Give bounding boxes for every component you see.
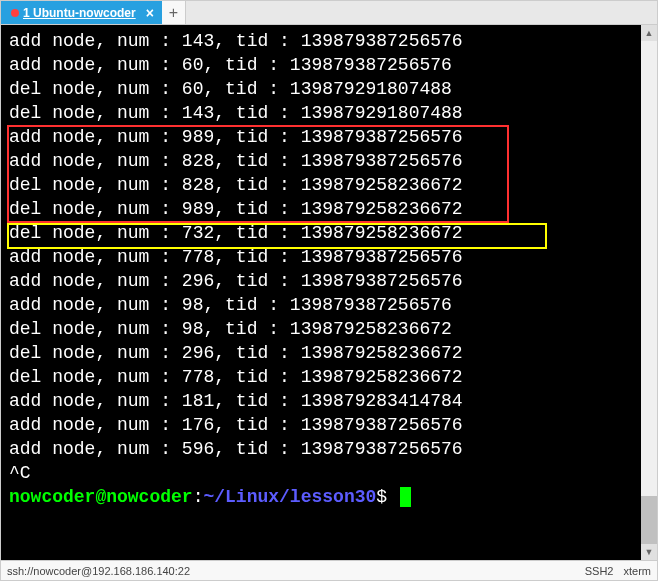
close-icon[interactable]: × xyxy=(146,6,154,20)
output-line: add node, num : 143, tid : 1398793872565… xyxy=(9,29,649,53)
app-window: 1 Ubuntu-nowcoder × + add node, num : 14… xyxy=(0,0,658,581)
terminal[interactable]: add node, num : 143, tid : 1398793872565… xyxy=(1,25,657,560)
output-line: del node, num : 828, tid : 1398792582366… xyxy=(9,173,649,197)
prompt-user: nowcoder@nowcoder xyxy=(9,487,193,507)
tab-label: 1 Ubuntu-nowcoder xyxy=(23,6,136,20)
output-line: add node, num : 98, tid : 13987938725657… xyxy=(9,293,649,317)
status-right: SSH2 xterm xyxy=(585,565,651,577)
tab-active[interactable]: 1 Ubuntu-nowcoder × xyxy=(1,1,162,24)
scroll-down-button[interactable]: ▼ xyxy=(641,544,657,560)
output-line: ^C xyxy=(9,461,649,485)
chevron-up-icon: ▲ xyxy=(645,28,654,38)
prompt-path: ~/Linux/lesson30 xyxy=(203,487,376,507)
tab-bar: 1 Ubuntu-nowcoder × + xyxy=(1,1,657,25)
status-term: xterm xyxy=(624,565,652,577)
cursor-icon xyxy=(400,487,411,507)
output-line: add node, num : 181, tid : 1398792834147… xyxy=(9,389,649,413)
scroll-thumb[interactable] xyxy=(641,496,657,544)
scrollbar[interactable]: ▲ ▼ xyxy=(641,25,657,560)
output-line: add node, num : 828, tid : 1398793872565… xyxy=(9,149,649,173)
status-indicator-icon xyxy=(11,9,19,17)
output-line: add node, num : 60, tid : 13987938725657… xyxy=(9,53,649,77)
output-line: add node, num : 176, tid : 1398793872565… xyxy=(9,413,649,437)
terminal-container: add node, num : 143, tid : 1398793872565… xyxy=(1,25,657,560)
scroll-up-button[interactable]: ▲ xyxy=(641,25,657,41)
output-line: add node, num : 296, tid : 1398793872565… xyxy=(9,269,649,293)
status-bar: ssh://nowcoder@192.168.186.140:22 SSH2 x… xyxy=(1,560,657,580)
output-line: add node, num : 989, tid : 1398793872565… xyxy=(9,125,649,149)
prompt-dollar: $ xyxy=(376,487,398,507)
output-line: add node, num : 596, tid : 1398793872565… xyxy=(9,437,649,461)
output-line: add node, num : 778, tid : 1398793872565… xyxy=(9,245,649,269)
prompt-sep: : xyxy=(193,487,204,507)
output-line: del node, num : 60, tid : 13987929180748… xyxy=(9,77,649,101)
output-line: del node, num : 143, tid : 1398792918074… xyxy=(9,101,649,125)
add-tab-button[interactable]: + xyxy=(162,1,186,24)
prompt-line: nowcoder@nowcoder:~/Linux/lesson30$ xyxy=(9,485,649,509)
output-line: del node, num : 296, tid : 1398792582366… xyxy=(9,341,649,365)
output-line: del node, num : 778, tid : 1398792582366… xyxy=(9,365,649,389)
plus-icon: + xyxy=(169,4,178,22)
chevron-down-icon: ▼ xyxy=(645,547,654,557)
status-connection: ssh://nowcoder@192.168.186.140:22 xyxy=(7,565,190,577)
status-protocol: SSH2 xyxy=(585,565,614,577)
output-line: del node, num : 732, tid : 1398792582366… xyxy=(9,221,649,245)
output-line: del node, num : 98, tid : 13987925823667… xyxy=(9,317,649,341)
scroll-track[interactable] xyxy=(641,41,657,544)
output-line: del node, num : 989, tid : 1398792582366… xyxy=(9,197,649,221)
